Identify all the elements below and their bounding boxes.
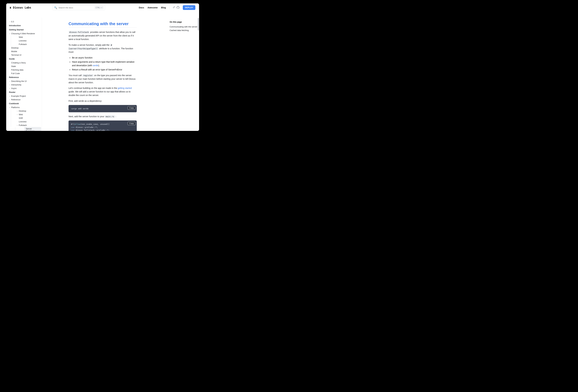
link-getting-started[interactable]: getting started (118, 87, 132, 89)
search-icon: 🔍 (54, 6, 57, 9)
sidebar-section-head[interactable]: Guide (6, 57, 41, 61)
sidebar-item[interactable]: Web (11, 35, 41, 39)
list-item: Be an async function (72, 56, 137, 59)
code-block-main: Copy #![allow(non_snake_case, unused)] u… (69, 120, 137, 131)
paragraph: Next, add the server function to your ma… (69, 115, 137, 118)
sidebar-item[interactable]: Describing the UI (6, 79, 41, 83)
list-item: Return a Result with an error type of Se… (72, 68, 137, 71)
search-kbd-hint: CTRL + / (95, 6, 103, 9)
github-icon[interactable] (177, 6, 179, 9)
sidebar-item[interactable]: Interactivity (6, 83, 41, 87)
sidebar-item[interactable]: Fullstack (11, 43, 41, 46)
deploy-button[interactable]: DEPLOY (183, 5, 195, 10)
brand-text: Dioxus Labs (13, 6, 31, 9)
page-scrollbar[interactable] (198, 18, 199, 30)
sidebar-item[interactable]: Platforms (6, 106, 41, 109)
logo-icon: ⧗ (10, 6, 11, 9)
list-item: Have arguments and a return type that bo… (72, 60, 137, 67)
sidebar-section-head[interactable]: Cookbook (6, 101, 41, 106)
sidebar-item[interactable]: Fetching data (6, 68, 41, 72)
paragraph: You must call register on the type you p… (69, 74, 137, 84)
sidebar-item[interactable]: Reference (6, 98, 41, 101)
paragraph: First, add serde as a dependency: (69, 99, 137, 103)
sidebar-item[interactable]: Async (6, 87, 41, 90)
nav-blog[interactable]: Blog (161, 6, 166, 9)
main-content: Communicating with the server dioxus-ful… (42, 18, 168, 131)
page-title: Communicating with the server (69, 21, 137, 26)
sidebar-item[interactable]: Choosing A Web Renderer (6, 32, 41, 35)
sidebar-item[interactable]: Example Project (6, 94, 41, 98)
logo[interactable]: ⧗ Dioxus Labs (10, 6, 31, 9)
search-box[interactable]: 🔍 CTRL + / (52, 5, 105, 10)
sidebar-section-head[interactable]: Getting Started (6, 28, 41, 32)
toc-item[interactable]: Communicating with the server (170, 25, 197, 29)
nav-awesome[interactable]: Awesome (147, 6, 158, 9)
sidebar-item[interactable]: Liveview (11, 120, 41, 123)
sidebar-section-head[interactable]: Introduction (6, 23, 41, 28)
pkg-code: dioxus-fullstack (69, 31, 90, 34)
toc-item[interactable]: Cached data fetching (170, 29, 197, 32)
sidebar-section-head[interactable]: Reference (6, 75, 41, 79)
sidebar-item[interactable]: SSR (11, 116, 41, 120)
top-nav: Docs Awesome Blog 🗪 DEPLOY (139, 5, 195, 10)
sidebar-item[interactable]: Full Code (6, 72, 41, 75)
sidebar-back-version[interactable]: 0.3 (6, 20, 41, 23)
title-rule (69, 27, 137, 28)
sidebar-section-head[interactable]: Router (6, 90, 41, 94)
code-content: cargo add serde (71, 107, 134, 110)
copy-button[interactable]: Copy (128, 122, 136, 125)
register-code: register (82, 74, 94, 77)
search-input[interactable] (58, 6, 93, 9)
toc-heading: On this page (170, 21, 197, 23)
sidebar-item[interactable]: Creating a Story (6, 61, 41, 64)
sidebar-item[interactable]: Server Functions (24, 127, 41, 131)
paragraph: To make a server function, simply add th… (69, 43, 137, 54)
sidebar-item[interactable]: Mobile (6, 49, 41, 53)
discord-icon[interactable]: 🗪 (173, 6, 175, 9)
sidebar-item[interactable]: State (6, 64, 41, 68)
intro-paragraph: dioxus-fullstack provides server functio… (69, 30, 137, 41)
site-header: ⧗ Dioxus Labs 🔍 CTRL + / Docs Awesome Bl… (6, 3, 198, 12)
sidebar-item[interactable]: Terminal UI (6, 53, 41, 57)
sidebar-item[interactable]: Web (11, 113, 41, 116)
on-this-page: On this page Communicating with the serv… (168, 18, 199, 131)
sidebar-item[interactable]: Desktop (11, 109, 41, 113)
copy-button[interactable]: Copy (128, 106, 136, 110)
sidebar-item[interactable]: Fullstack (11, 123, 41, 127)
paragraph: Let's continue building on the app we ma… (69, 86, 137, 97)
requirements-list: Be an async function Have arguments and … (72, 56, 137, 71)
code-content: #![allow(non_snake_case, unused)] use di… (71, 123, 134, 131)
sidebar-item[interactable]: Desktop (6, 46, 41, 49)
sidebar: 0.3 IntroductionGetting StartedChoosing … (6, 18, 42, 131)
sidebar-item[interactable]: Liveview (11, 39, 41, 43)
code-block-cargo: Copy cargo add serde (69, 105, 137, 112)
link-serde[interactable]: serde (93, 64, 98, 67)
mainrs-code: main.rs (105, 115, 115, 118)
nav-docs[interactable]: Docs (139, 6, 144, 9)
